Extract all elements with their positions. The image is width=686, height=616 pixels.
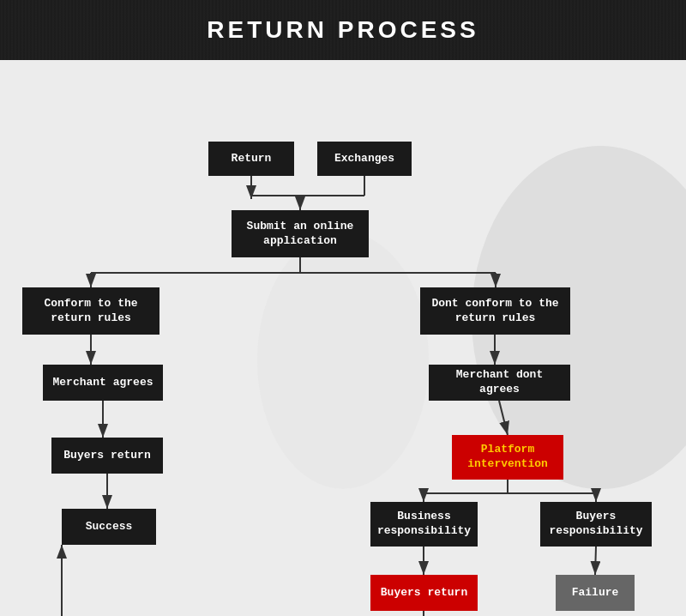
page-title: RETURN PROCESS <box>207 16 478 44</box>
return-box: Return <box>208 142 294 176</box>
exchanges-box: Exchanges <box>317 142 412 176</box>
dont-conform-box: Dont conform to thereturn rules <box>420 287 570 335</box>
svg-line-19 <box>595 547 596 575</box>
buyers-return-red-box: Buyers return <box>370 575 478 611</box>
submit-box: Submit an onlineapplication <box>232 210 369 257</box>
business-responsibility-box: Businessresponsibility <box>370 502 478 547</box>
success-box: Success <box>62 509 156 545</box>
buyers-return-left-box: Buyers return <box>51 438 163 474</box>
merchant-dont-box: Merchant dont agrees <box>429 365 570 401</box>
conform-box: Conform to thereturn rules <box>22 287 159 335</box>
buyers-responsibility-box: Buyersresponsibility <box>540 502 652 547</box>
merchant-agrees-box: Merchant agrees <box>43 365 163 401</box>
failure-box: Failure <box>556 575 635 611</box>
platform-intervention-box: Platform intervention <box>452 435 563 480</box>
header: RETURN PROCESS <box>0 0 686 60</box>
main-content: Return Exchanges Submit an onlineapplica… <box>0 60 686 616</box>
bg-decoration2 <box>257 232 429 489</box>
